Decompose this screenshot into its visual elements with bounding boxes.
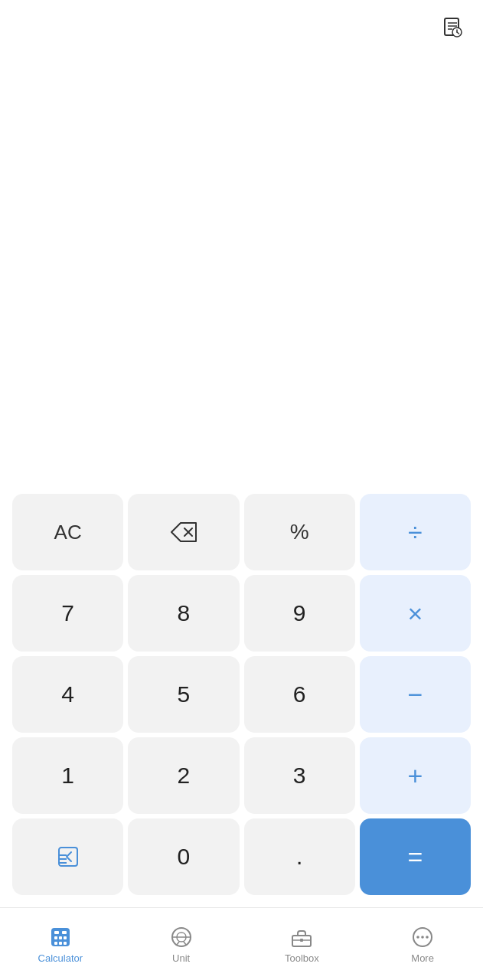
four-button[interactable]: 4 bbox=[12, 656, 123, 733]
svg-point-29 bbox=[421, 936, 424, 939]
calculator-body: AC % ÷ 7 8 9 × 4 5 6 − 1 2 3 + bbox=[0, 488, 483, 907]
nav-calculator-label: Calculator bbox=[38, 952, 83, 964]
nav-more[interactable]: More bbox=[362, 908, 483, 980]
svg-rect-19 bbox=[54, 942, 57, 945]
svg-rect-17 bbox=[59, 936, 62, 939]
svg-rect-15 bbox=[62, 931, 67, 934]
svg-rect-14 bbox=[54, 931, 59, 934]
five-button[interactable]: 5 bbox=[128, 656, 239, 733]
eight-button[interactable]: 8 bbox=[128, 575, 239, 652]
backspace-button[interactable] bbox=[128, 494, 239, 570]
unit-nav-icon bbox=[169, 925, 194, 949]
seven-button[interactable]: 7 bbox=[12, 575, 123, 652]
minus-button[interactable]: − bbox=[360, 656, 471, 733]
svg-point-28 bbox=[416, 936, 419, 939]
decimal-button[interactable]: . bbox=[244, 818, 355, 895]
two-button[interactable]: 2 bbox=[128, 737, 239, 814]
nav-calculator[interactable]: Calculator bbox=[0, 908, 121, 980]
calc-grid: AC % ÷ 7 8 9 × 4 5 6 − 1 2 3 + bbox=[6, 488, 477, 901]
nine-button[interactable]: 9 bbox=[244, 575, 355, 652]
divide-button[interactable]: ÷ bbox=[360, 494, 471, 570]
multiply-button[interactable]: × bbox=[360, 575, 471, 652]
percent-button[interactable]: % bbox=[244, 494, 355, 570]
top-bar bbox=[422, 0, 483, 55]
corner-button[interactable] bbox=[12, 818, 123, 895]
svg-rect-21 bbox=[64, 942, 67, 945]
toolbox-nav-icon bbox=[289, 925, 314, 949]
nav-unit[interactable]: Unit bbox=[121, 908, 242, 980]
six-button[interactable]: 6 bbox=[244, 656, 355, 733]
history-icon[interactable] bbox=[437, 12, 468, 43]
ac-button[interactable]: AC bbox=[12, 494, 123, 570]
one-button[interactable]: 1 bbox=[12, 737, 123, 814]
nav-toolbox-label: Toolbox bbox=[285, 952, 319, 964]
plus-button[interactable]: + bbox=[360, 737, 471, 814]
svg-rect-16 bbox=[54, 936, 57, 939]
three-button[interactable]: 3 bbox=[244, 737, 355, 814]
svg-rect-18 bbox=[64, 936, 67, 939]
nav-toolbox[interactable]: Toolbox bbox=[242, 908, 363, 980]
equals-button[interactable]: = bbox=[360, 818, 471, 895]
display-area bbox=[0, 0, 483, 488]
nav-more-label: More bbox=[411, 952, 434, 964]
more-nav-icon bbox=[410, 925, 435, 949]
svg-rect-26 bbox=[300, 939, 303, 942]
svg-point-30 bbox=[426, 936, 429, 939]
calculator-nav-icon bbox=[48, 925, 73, 949]
bottom-nav: Calculator Unit Toolbox bbox=[0, 907, 483, 980]
zero-button[interactable]: 0 bbox=[128, 818, 239, 895]
nav-unit-label: Unit bbox=[172, 952, 190, 964]
svg-rect-20 bbox=[59, 942, 62, 945]
